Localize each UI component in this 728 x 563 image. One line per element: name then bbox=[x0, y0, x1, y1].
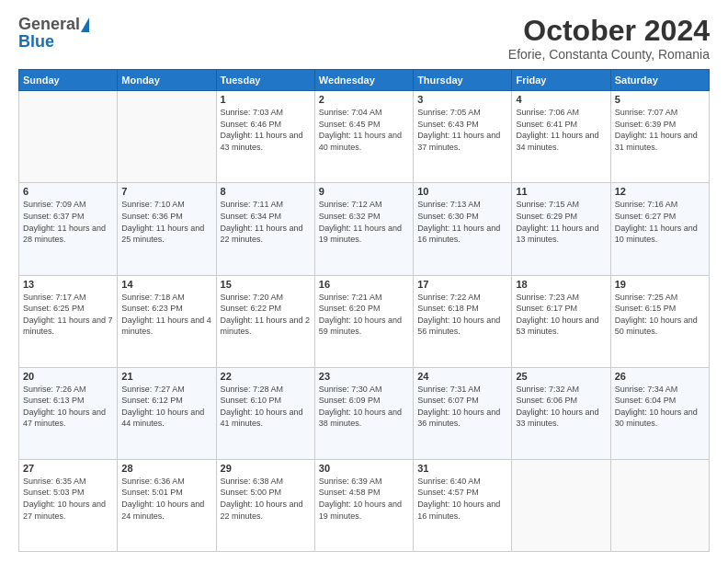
day-number: 28 bbox=[121, 463, 211, 474]
calendar-cell: 7Sunrise: 7:10 AMSunset: 6:36 PMDaylight… bbox=[118, 183, 216, 275]
calendar-cell bbox=[118, 91, 216, 183]
logo: General Blue bbox=[18, 15, 89, 52]
day-number: 29 bbox=[221, 463, 311, 474]
day-number: 21 bbox=[121, 371, 211, 382]
day-info: Sunrise: 6:38 AMSunset: 5:00 PMDaylight:… bbox=[221, 476, 311, 522]
day-number: 24 bbox=[417, 371, 507, 382]
calendar-cell: 16Sunrise: 7:21 AMSunset: 6:20 PMDayligh… bbox=[314, 275, 413, 367]
day-number: 27 bbox=[23, 463, 113, 474]
header: General Blue October 2024 Eforie, Consta… bbox=[18, 15, 710, 62]
week-row-5: 27Sunrise: 6:35 AMSunset: 5:03 PMDayligh… bbox=[19, 459, 710, 551]
day-number: 18 bbox=[516, 279, 606, 290]
day-number: 9 bbox=[319, 186, 409, 197]
calendar-cell bbox=[512, 459, 610, 551]
day-number: 25 bbox=[516, 371, 606, 382]
day-number: 17 bbox=[417, 279, 507, 290]
calendar-table: SundayMondayTuesdayWednesdayThursdayFrid… bbox=[18, 69, 710, 552]
day-number: 10 bbox=[417, 186, 507, 197]
day-info: Sunrise: 7:30 AMSunset: 6:09 PMDaylight:… bbox=[319, 384, 409, 430]
calendar-cell: 10Sunrise: 7:13 AMSunset: 6:30 PMDayligh… bbox=[414, 183, 512, 275]
day-info: Sunrise: 7:11 AMSunset: 6:34 PMDaylight:… bbox=[221, 199, 311, 245]
logo-blue: Blue bbox=[18, 32, 54, 52]
day-number: 26 bbox=[615, 371, 705, 382]
calendar-cell: 23Sunrise: 7:30 AMSunset: 6:09 PMDayligh… bbox=[314, 367, 413, 459]
day-number: 31 bbox=[417, 463, 507, 474]
day-number: 22 bbox=[221, 371, 311, 382]
day-number: 3 bbox=[417, 94, 507, 105]
day-info: Sunrise: 6:35 AMSunset: 5:03 PMDaylight:… bbox=[23, 476, 113, 522]
month-title: October 2024 bbox=[508, 15, 710, 47]
calendar-cell: 18Sunrise: 7:23 AMSunset: 6:17 PMDayligh… bbox=[512, 275, 610, 367]
day-info: Sunrise: 7:25 AMSunset: 6:15 PMDaylight:… bbox=[615, 292, 705, 338]
day-number: 19 bbox=[615, 279, 705, 290]
calendar-cell: 2Sunrise: 7:04 AMSunset: 6:45 PMDaylight… bbox=[314, 91, 413, 183]
calendar-cell: 31Sunrise: 6:40 AMSunset: 4:57 PMDayligh… bbox=[414, 459, 512, 551]
weekday-header-monday: Monday bbox=[118, 70, 216, 91]
day-info: Sunrise: 7:09 AMSunset: 6:37 PMDaylight:… bbox=[23, 199, 113, 245]
calendar-cell: 15Sunrise: 7:20 AMSunset: 6:22 PMDayligh… bbox=[216, 275, 314, 367]
calendar-cell: 24Sunrise: 7:31 AMSunset: 6:07 PMDayligh… bbox=[414, 367, 512, 459]
calendar-cell: 9Sunrise: 7:12 AMSunset: 6:32 PMDaylight… bbox=[314, 183, 413, 275]
calendar-cell: 8Sunrise: 7:11 AMSunset: 6:34 PMDaylight… bbox=[216, 183, 314, 275]
calendar-cell: 3Sunrise: 7:05 AMSunset: 6:43 PMDaylight… bbox=[414, 91, 512, 183]
day-number: 13 bbox=[23, 279, 113, 290]
day-info: Sunrise: 6:36 AMSunset: 5:01 PMDaylight:… bbox=[121, 476, 211, 522]
calendar-cell: 25Sunrise: 7:32 AMSunset: 6:06 PMDayligh… bbox=[512, 367, 610, 459]
calendar-cell: 17Sunrise: 7:22 AMSunset: 6:18 PMDayligh… bbox=[414, 275, 512, 367]
day-number: 2 bbox=[319, 94, 409, 105]
calendar-cell: 22Sunrise: 7:28 AMSunset: 6:10 PMDayligh… bbox=[216, 367, 314, 459]
day-info: Sunrise: 7:07 AMSunset: 6:39 PMDaylight:… bbox=[615, 107, 705, 153]
day-info: Sunrise: 7:06 AMSunset: 6:41 PMDaylight:… bbox=[516, 107, 606, 153]
weekday-header-thursday: Thursday bbox=[414, 70, 512, 91]
day-info: Sunrise: 7:23 AMSunset: 6:17 PMDaylight:… bbox=[516, 292, 606, 338]
calendar-cell: 14Sunrise: 7:18 AMSunset: 6:23 PMDayligh… bbox=[118, 275, 216, 367]
weekday-header-wednesday: Wednesday bbox=[314, 70, 413, 91]
day-number: 15 bbox=[221, 279, 311, 290]
day-info: Sunrise: 7:18 AMSunset: 6:23 PMDaylight:… bbox=[121, 292, 211, 338]
weekday-header-saturday: Saturday bbox=[610, 70, 709, 91]
day-info: Sunrise: 7:15 AMSunset: 6:29 PMDaylight:… bbox=[516, 199, 606, 245]
day-number: 4 bbox=[516, 94, 606, 105]
logo-triangle-icon bbox=[81, 17, 89, 32]
day-info: Sunrise: 7:10 AMSunset: 6:36 PMDaylight:… bbox=[121, 199, 211, 245]
day-number: 1 bbox=[221, 94, 311, 105]
day-number: 16 bbox=[319, 279, 409, 290]
week-row-1: 1Sunrise: 7:03 AMSunset: 6:46 PMDaylight… bbox=[19, 91, 710, 183]
day-info: Sunrise: 7:32 AMSunset: 6:06 PMDaylight:… bbox=[516, 384, 606, 430]
calendar-cell bbox=[19, 91, 118, 183]
day-info: Sunrise: 7:03 AMSunset: 6:46 PMDaylight:… bbox=[221, 107, 311, 153]
day-number: 5 bbox=[615, 94, 705, 105]
logo-general: General bbox=[18, 15, 80, 34]
day-number: 12 bbox=[615, 186, 705, 197]
day-number: 23 bbox=[319, 371, 409, 382]
calendar-cell: 26Sunrise: 7:34 AMSunset: 6:04 PMDayligh… bbox=[610, 367, 709, 459]
calendar-cell bbox=[610, 459, 709, 551]
calendar-cell: 4Sunrise: 7:06 AMSunset: 6:41 PMDaylight… bbox=[512, 91, 610, 183]
day-info: Sunrise: 7:28 AMSunset: 6:10 PMDaylight:… bbox=[221, 384, 311, 430]
calendar-cell: 21Sunrise: 7:27 AMSunset: 6:12 PMDayligh… bbox=[118, 367, 216, 459]
calendar-cell: 13Sunrise: 7:17 AMSunset: 6:25 PMDayligh… bbox=[19, 275, 118, 367]
calendar-cell: 20Sunrise: 7:26 AMSunset: 6:13 PMDayligh… bbox=[19, 367, 118, 459]
day-info: Sunrise: 7:22 AMSunset: 6:18 PMDaylight:… bbox=[417, 292, 507, 338]
calendar-cell: 1Sunrise: 7:03 AMSunset: 6:46 PMDaylight… bbox=[216, 91, 314, 183]
calendar-cell: 12Sunrise: 7:16 AMSunset: 6:27 PMDayligh… bbox=[610, 183, 709, 275]
calendar-cell: 6Sunrise: 7:09 AMSunset: 6:37 PMDaylight… bbox=[19, 183, 118, 275]
day-number: 11 bbox=[516, 186, 606, 197]
day-info: Sunrise: 6:39 AMSunset: 4:58 PMDaylight:… bbox=[319, 476, 409, 522]
day-number: 8 bbox=[221, 186, 311, 197]
weekday-header-tuesday: Tuesday bbox=[216, 70, 314, 91]
day-info: Sunrise: 7:05 AMSunset: 6:43 PMDaylight:… bbox=[417, 107, 507, 153]
week-row-2: 6Sunrise: 7:09 AMSunset: 6:37 PMDaylight… bbox=[19, 183, 710, 275]
calendar-cell: 27Sunrise: 6:35 AMSunset: 5:03 PMDayligh… bbox=[19, 459, 118, 551]
day-info: Sunrise: 7:21 AMSunset: 6:20 PMDaylight:… bbox=[319, 292, 409, 338]
day-number: 7 bbox=[121, 186, 211, 197]
day-number: 20 bbox=[23, 371, 113, 382]
day-info: Sunrise: 6:40 AMSunset: 4:57 PMDaylight:… bbox=[417, 476, 507, 522]
day-info: Sunrise: 7:20 AMSunset: 6:22 PMDaylight:… bbox=[221, 292, 311, 338]
calendar-cell: 11Sunrise: 7:15 AMSunset: 6:29 PMDayligh… bbox=[512, 183, 610, 275]
day-info: Sunrise: 7:13 AMSunset: 6:30 PMDaylight:… bbox=[417, 199, 507, 245]
week-row-3: 13Sunrise: 7:17 AMSunset: 6:25 PMDayligh… bbox=[19, 275, 710, 367]
weekday-header-row: SundayMondayTuesdayWednesdayThursdayFrid… bbox=[19, 70, 710, 91]
calendar-cell: 19Sunrise: 7:25 AMSunset: 6:15 PMDayligh… bbox=[610, 275, 709, 367]
week-row-4: 20Sunrise: 7:26 AMSunset: 6:13 PMDayligh… bbox=[19, 367, 710, 459]
